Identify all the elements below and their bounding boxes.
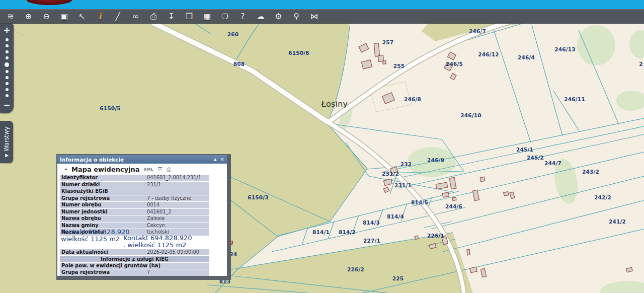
zoom-out-icon[interactable]: ⊖ [40, 11, 52, 23]
zoom-level-dot[interactable] [6, 44, 9, 47]
list-view-icon[interactable]: ☰ [157, 166, 163, 173]
info-row: Klasoużytki EGiB [60, 188, 209, 195]
basemap-grid-icon[interactable] [326, 11, 338, 23]
popup-title: Informacja o obiekcie [60, 157, 124, 163]
zoom-level-dot[interactable] [5, 62, 9, 67]
select-pointer-icon[interactable]: ↖ [76, 11, 88, 23]
zoom-level-dot[interactable] [6, 82, 9, 85]
zoom-slider-dots [5, 38, 9, 97]
browser-logo-fragment [26, 0, 72, 5]
toolbar: ≋⊕⊖▣↖i╱∞⎙↧❐▦❍?☁⚙⚲⋈ [0, 9, 644, 24]
info-row: Identyfikator041601_2.0014.231/1 [60, 175, 209, 182]
info-row: Grupa rejestrowa7 - osoby fizyczne [60, 195, 209, 202]
contact-watermark: Kontakt 694.828.920 wielkość 1125 m2 [61, 229, 130, 243]
zoom-level-dot[interactable] [6, 76, 9, 79]
attribute-table: Identyfikator041601_2.0014.231/1Numer dz… [60, 175, 209, 236]
layout-panels-icon[interactable]: ▦ [201, 11, 213, 23]
zoom-level-dot[interactable] [6, 50, 9, 53]
info-row: Nazwa obrębuZalesie [60, 215, 209, 223]
draw-annotation-icon[interactable]: ❍ [219, 11, 231, 23]
attribute-table-3: Pole pow. w ewidencji gruntów (ha)Grupa … [60, 263, 209, 276]
info-row: Data aktualności2026-02-05 00:00:00 [60, 249, 209, 256]
zoom-level-dot[interactable] [6, 70, 9, 73]
layer-section-header: - Mapa ewidencyjna XML ☰ ⎙ [57, 164, 227, 175]
section-collapse-toggle[interactable]: - [65, 166, 67, 173]
help-icon[interactable]: ? [237, 11, 249, 23]
compare-windows-icon[interactable]: ❐ [183, 11, 195, 23]
contact-watermark: Kontakt 694.828.920 . wielkość 1125 m2 [123, 235, 192, 249]
zoom-level-dot[interactable] [6, 94, 9, 97]
kieg-section-header: Informacje z usługi KIEG [60, 256, 209, 263]
zoom-level-dot[interactable] [6, 38, 9, 41]
zoom-extent-icon[interactable]: ▣ [58, 11, 70, 23]
collapse-icon[interactable]: ▲ [213, 157, 216, 162]
info-row: Numer obrębu0014 [60, 202, 209, 209]
expand-arrow-icon: ▼ [4, 154, 9, 158]
zoom-in-button[interactable]: + [3, 25, 10, 35]
info-row: Pole pow. w ewidencji gruntów (ha) [60, 263, 209, 270]
zoom-level-dot[interactable] [6, 88, 9, 91]
layers-tab[interactable]: ▼ Warstwy [0, 121, 13, 163]
zoom-control: + − [0, 24, 14, 113]
xml-export-icon[interactable]: XML [144, 167, 154, 172]
info-row: Numer działki231/1 [60, 182, 209, 189]
swipe-compare-icon[interactable]: ⋈ [308, 11, 320, 23]
attribute-table-2: Data aktualności2026-02-05 00:00:00 [60, 249, 209, 256]
print-record-icon[interactable]: ⎙ [167, 166, 171, 173]
link-icon[interactable]: ∞ [130, 11, 142, 23]
close-icon[interactable]: ✕ [220, 157, 224, 162]
info-row: Grupa rejestrowa7 [60, 269, 209, 276]
layers-tab-label: Warstwy [3, 126, 10, 151]
zoom-level-dot[interactable] [6, 56, 9, 59]
zoom-out-button[interactable]: − [3, 100, 10, 110]
settings-icon[interactable]: ⚙ [273, 11, 285, 23]
info-popup: Informacja o obiekcie ▲ ✕ - Mapa ewidenc… [56, 154, 231, 280]
zoom-in-icon[interactable]: ⊕ [23, 11, 35, 23]
layer-name: Mapa ewidencyjna [71, 166, 140, 173]
geolocation-icon[interactable]: ↧ [166, 11, 178, 23]
layers-icon[interactable]: ≋ [5, 11, 17, 23]
popup-titlebar[interactable]: Informacja o obiekcie ▲ ✕ [57, 155, 227, 164]
info-row: Numer jednostki041601_2 [60, 209, 209, 216]
app-window: ≋⊕⊖▣↖i╱∞⎙↧❐▦❍?☁⚙⚲⋈ [0, 0, 644, 293]
search-location-icon[interactable]: ⚲ [290, 11, 302, 23]
measure-icon[interactable]: ╱ [112, 11, 124, 23]
identify-info-icon[interactable]: i [94, 11, 106, 23]
print-icon[interactable]: ⎙ [147, 11, 159, 23]
browser-top-bar [0, 0, 644, 9]
cloud-services-icon[interactable]: ☁ [255, 11, 267, 23]
